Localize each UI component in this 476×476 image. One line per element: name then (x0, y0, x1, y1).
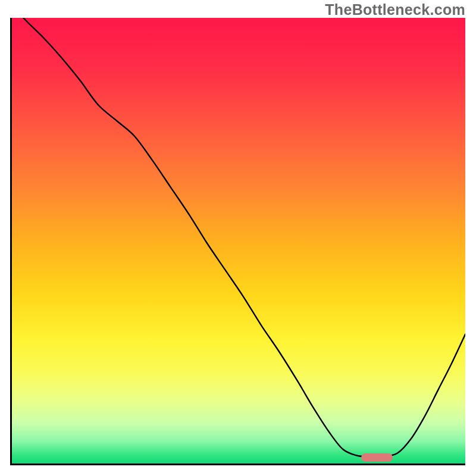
watermark-text: TheBottleneck.com (325, 1, 465, 18)
plot-svg (12, 18, 465, 464)
gradient-background (12, 18, 465, 464)
optimal-marker (361, 453, 393, 462)
bottleneck-chart: TheBottleneck.com (0, 0, 476, 476)
plot-area (12, 18, 465, 464)
